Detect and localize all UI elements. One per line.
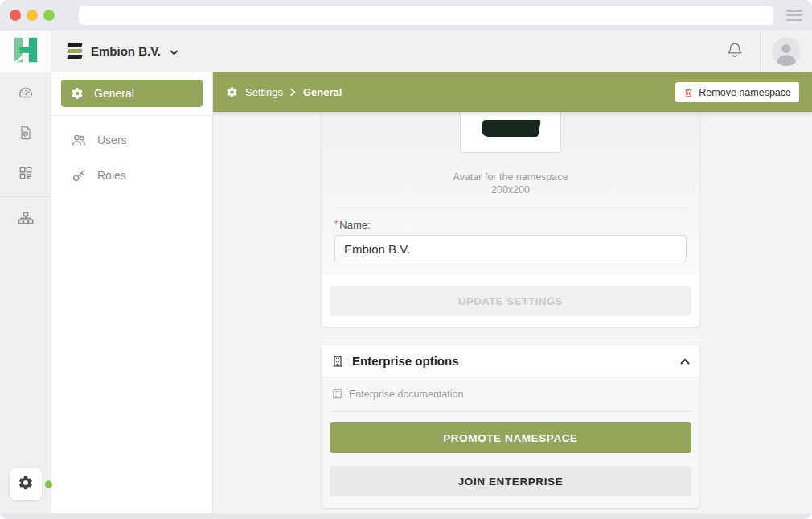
- enterprise-options-card: Enterprise options: [322, 345, 699, 508]
- rail-item-apps[interactable]: [0, 154, 51, 195]
- rail-item-hierarchy[interactable]: [0, 200, 51, 241]
- name-field-label: *Name:: [322, 208, 699, 235]
- enterprise-options-title: Enterprise options: [352, 354, 459, 368]
- gear-icon: [226, 86, 238, 98]
- apps-grid-icon: [18, 165, 34, 184]
- url-bar[interactable]: [79, 6, 773, 25]
- bell-icon: [726, 41, 744, 62]
- namespace-switcher[interactable]: Embion B.V.: [51, 43, 178, 59]
- header-divider: [760, 31, 761, 72]
- browser-window: Embion B.V.: [0, 0, 812, 519]
- users-icon: [71, 132, 87, 148]
- main-area: Settings General Remove namespace: [213, 72, 812, 513]
- chevron-right-icon: [290, 88, 296, 97]
- sidebar-item-label: General: [94, 87, 134, 100]
- sidebar-item-roles[interactable]: Roles: [61, 162, 203, 189]
- namespace-name: Embion B.V.: [91, 44, 161, 58]
- app-header: Embion B.V.: [0, 31, 812, 72]
- avatar-caption-line1: Avatar for the namespace: [322, 171, 699, 183]
- dashboard-gauge-icon: [17, 84, 35, 105]
- document-report-icon: [18, 124, 34, 145]
- enterprise-options-header[interactable]: Enterprise options: [322, 345, 699, 377]
- update-settings-button[interactable]: UPDATE SETTINGS: [330, 286, 691, 316]
- sidebar-item-label: Users: [97, 134, 127, 146]
- embion-logo-icon: [68, 43, 82, 59]
- remove-namespace-button[interactable]: Remove namespace: [675, 82, 799, 102]
- user-avatar[interactable]: [772, 37, 801, 66]
- status-dot: [45, 481, 52, 488]
- h-logo-icon: [10, 35, 41, 68]
- sidebar-item-general[interactable]: General: [61, 80, 203, 107]
- remove-namespace-label: Remove namespace: [699, 87, 791, 98]
- settings-content: Avatar for the namespace 200x200 *Name: …: [213, 112, 812, 513]
- sidebar-item-label: Roles: [97, 169, 126, 182]
- breadcrumb-bar: Settings General Remove namespace: [213, 72, 812, 112]
- chevron-up-icon: [680, 358, 690, 365]
- building-icon: [331, 354, 344, 369]
- avatar-caption: Avatar for the namespace 200x200: [322, 171, 699, 196]
- required-asterisk: *: [334, 219, 338, 229]
- rail-divider: [0, 196, 51, 197]
- promote-namespace-button[interactable]: PROMOTE NAMESPACE: [330, 422, 691, 453]
- settings-sidebar: General Users: [51, 72, 213, 513]
- rail-item-documents[interactable]: [0, 114, 51, 154]
- sidebar-divider: [51, 115, 212, 116]
- sitemap-icon: [17, 210, 35, 231]
- general-settings-card: Avatar for the namespace 200x200 *Name: …: [322, 112, 699, 327]
- gear-icon: [18, 475, 34, 494]
- chevron-down-icon: [170, 44, 178, 59]
- rail-item-dashboard[interactable]: [0, 74, 51, 114]
- window-minimize-button[interactable]: [27, 10, 38, 21]
- key-icon: [71, 167, 87, 183]
- trash-icon: [683, 87, 694, 98]
- app-logo[interactable]: [0, 31, 51, 72]
- notifications-button[interactable]: [726, 41, 744, 62]
- icon-rail: [0, 72, 51, 513]
- join-enterprise-button[interactable]: JOIN ENTERPRISE: [330, 466, 691, 496]
- breadcrumb-settings-link[interactable]: Settings: [245, 86, 283, 98]
- card-separator: [322, 336, 703, 336]
- enterprise-documentation-link[interactable]: Enterprise documentation: [330, 382, 691, 406]
- enterprise-documentation-label: Enterprise documentation: [349, 389, 463, 400]
- rail-settings-button[interactable]: [10, 468, 42, 500]
- browser-menu-icon[interactable]: [786, 6, 802, 25]
- window-close-button[interactable]: [10, 10, 21, 21]
- window-zoom-button[interactable]: [43, 10, 55, 21]
- avatar-caption-size: 200x200: [322, 183, 699, 196]
- window-controls: [10, 10, 55, 21]
- user-silhouette-icon: [772, 37, 801, 66]
- window-bottom-edge: [0, 513, 812, 519]
- book-icon: [331, 388, 343, 400]
- enterprise-divider: [330, 411, 691, 412]
- breadcrumb-current-page: General: [303, 86, 342, 98]
- name-input[interactable]: [334, 235, 687, 262]
- gear-icon: [71, 87, 84, 100]
- namespace-avatar-image: [480, 120, 541, 137]
- sidebar-item-users[interactable]: Users: [61, 126, 203, 154]
- browser-chrome: [0, 0, 812, 31]
- namespace-avatar-upload[interactable]: [460, 112, 561, 153]
